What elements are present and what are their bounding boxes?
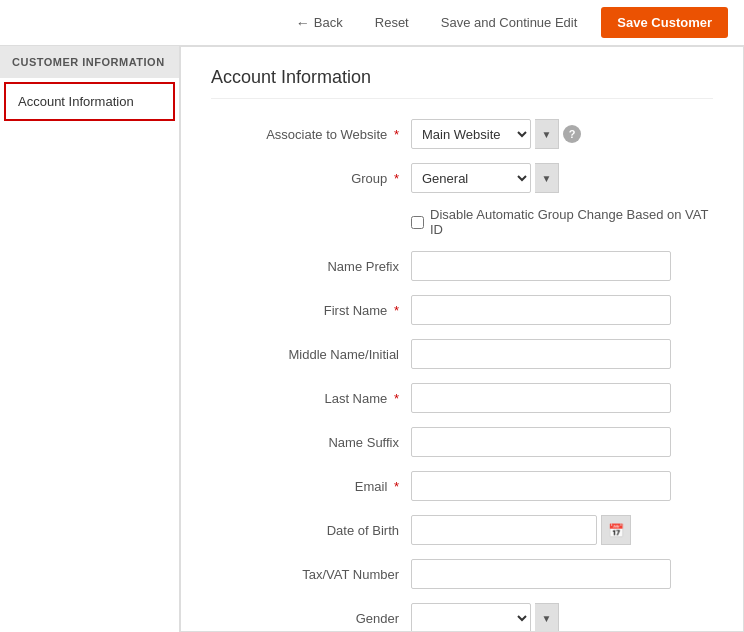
- reset-button[interactable]: Reset: [367, 11, 417, 34]
- section-title: Account Information: [211, 67, 713, 99]
- group-select[interactable]: General: [411, 163, 531, 193]
- associate-website-select-wrapper: Main Website ▼ ?: [411, 119, 581, 149]
- group-label: Group *: [211, 171, 411, 186]
- gender-wrapper: Male Female ▼: [411, 603, 559, 632]
- last-name-input[interactable]: [411, 383, 671, 413]
- calendar-button[interactable]: 📅: [601, 515, 631, 545]
- sidebar-section-title: CUSTOMER INFORMATION: [0, 46, 179, 78]
- tax-vat-row: Tax/VAT Number: [211, 559, 713, 589]
- group-row: Group * General ▼: [211, 163, 713, 193]
- reset-label: Reset: [375, 15, 409, 30]
- sidebar: CUSTOMER INFORMATION Account Information: [0, 46, 180, 632]
- gender-row: Gender Male Female ▼: [211, 603, 713, 632]
- first-name-row: First Name *: [211, 295, 713, 325]
- first-name-star: *: [394, 303, 399, 318]
- dob-wrapper: 📅: [411, 515, 631, 545]
- disable-vat-row: Disable Automatic Group Change Based on …: [411, 207, 713, 237]
- disable-vat-label: Disable Automatic Group Change Based on …: [430, 207, 713, 237]
- main-layout: CUSTOMER INFORMATION Account Information…: [0, 46, 744, 632]
- dob-row: Date of Birth 📅: [211, 515, 713, 545]
- content-area: Account Information Associate to Website…: [180, 46, 744, 632]
- last-name-label: Last Name *: [211, 391, 411, 406]
- group-select-arrow[interactable]: ▼: [535, 163, 559, 193]
- tax-vat-label: Tax/VAT Number: [211, 567, 411, 582]
- required-star: *: [394, 127, 399, 142]
- dob-input[interactable]: [411, 515, 597, 545]
- gender-label: Gender: [211, 611, 411, 626]
- email-input[interactable]: [411, 471, 671, 501]
- middle-name-label: Middle Name/Initial: [211, 347, 411, 362]
- last-name-star: *: [394, 391, 399, 406]
- help-icon[interactable]: ?: [563, 125, 581, 143]
- group-select-wrapper: General ▼: [411, 163, 559, 193]
- tax-vat-input[interactable]: [411, 559, 671, 589]
- gender-select-arrow[interactable]: ▼: [535, 603, 559, 632]
- dob-label: Date of Birth: [211, 523, 411, 538]
- last-name-row: Last Name *: [211, 383, 713, 413]
- sidebar-item-label: Account Information: [18, 94, 134, 109]
- save-customer-button[interactable]: Save Customer: [601, 7, 728, 38]
- associate-website-select[interactable]: Main Website: [411, 119, 531, 149]
- save-customer-label: Save Customer: [617, 15, 712, 30]
- email-star: *: [394, 479, 399, 494]
- sidebar-item-account-information[interactable]: Account Information: [4, 82, 175, 121]
- disable-vat-checkbox[interactable]: [411, 216, 424, 229]
- first-name-input[interactable]: [411, 295, 671, 325]
- back-label: Back: [314, 15, 343, 30]
- back-arrow-icon: ←: [296, 15, 310, 31]
- name-prefix-input[interactable]: [411, 251, 671, 281]
- name-suffix-row: Name Suffix: [211, 427, 713, 457]
- first-name-label: First Name *: [211, 303, 411, 318]
- email-label: Email *: [211, 479, 411, 494]
- gender-select[interactable]: Male Female: [411, 603, 531, 632]
- associate-website-select-arrow[interactable]: ▼: [535, 119, 559, 149]
- group-required-star: *: [394, 171, 399, 186]
- name-suffix-label: Name Suffix: [211, 435, 411, 450]
- middle-name-input[interactable]: [411, 339, 671, 369]
- email-row: Email *: [211, 471, 713, 501]
- save-continue-label: Save and Continue Edit: [441, 15, 578, 30]
- name-prefix-row: Name Prefix: [211, 251, 713, 281]
- name-prefix-label: Name Prefix: [211, 259, 411, 274]
- middle-name-row: Middle Name/Initial: [211, 339, 713, 369]
- back-button[interactable]: ← Back: [288, 11, 351, 35]
- associate-website-row: Associate to Website * Main Website ▼ ?: [211, 119, 713, 149]
- associate-website-label: Associate to Website *: [211, 127, 411, 142]
- save-continue-button[interactable]: Save and Continue Edit: [433, 11, 586, 34]
- top-bar: ← Back Reset Save and Continue Edit Save…: [0, 0, 744, 46]
- name-suffix-input[interactable]: [411, 427, 671, 457]
- calendar-icon: 📅: [608, 523, 624, 538]
